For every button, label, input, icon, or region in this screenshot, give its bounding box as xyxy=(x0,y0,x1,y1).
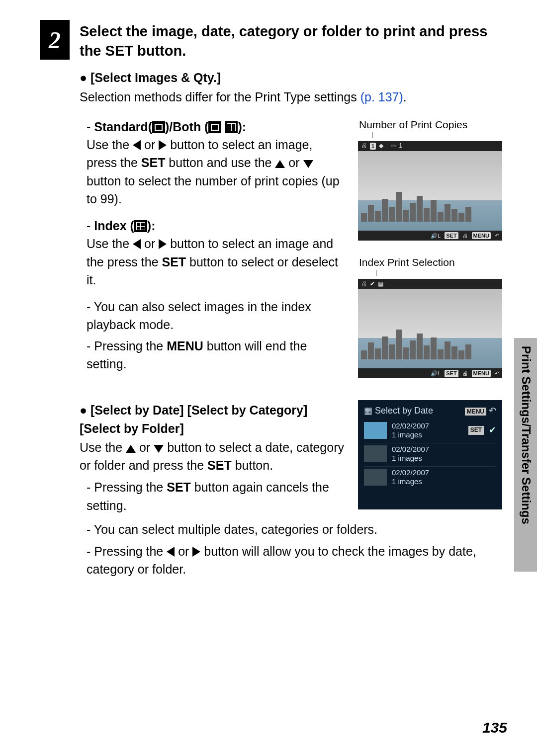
lcd-preview-index: 🖨✔▦ 🔊LSET🖨MENU↶ xyxy=(358,279,502,378)
section1-paragraph: Selection methods differ for the Print T… xyxy=(80,88,507,106)
down-arrow-icon xyxy=(303,160,313,168)
date-row: 02/02/20071 images xyxy=(364,467,496,490)
down-arrow-icon xyxy=(154,445,164,453)
index-description: Use the or button to select an image and… xyxy=(87,235,345,289)
standard-icon xyxy=(152,121,165,133)
standard-icon xyxy=(208,121,221,133)
row-text: 02/02/20071 images xyxy=(392,421,463,439)
lcd-preview-standard: 🖨1◆ ▭1 🔊LSET🖨MENU↶ xyxy=(358,141,502,241)
section2-paragraph: Use the or button to select a date, cate… xyxy=(80,438,345,475)
thumbnail xyxy=(364,445,387,462)
note-multiple-select: You can select multiple dates, categorie… xyxy=(87,520,507,538)
row-text: 02/02/20071 images xyxy=(392,468,496,486)
caption-print-copies: Number of Print Copies xyxy=(358,118,507,131)
page-ref-link[interactable]: (p. 137) xyxy=(360,90,403,104)
note-index-playback: You can also select images in the index … xyxy=(87,298,345,334)
step-number-badge: 2 xyxy=(40,20,70,60)
index-icon xyxy=(134,220,147,232)
thumbnail xyxy=(364,469,387,486)
lcd-select-by-date: ▦ Select by Date MENU ↶ 02/02/20071 imag… xyxy=(358,400,502,509)
right-arrow-icon xyxy=(159,239,167,249)
note-check-images: Pressing the or button will allow you to… xyxy=(87,542,507,579)
note-menu-end: Pressing the MENU button will end the se… xyxy=(87,337,345,373)
right-arrow-icon xyxy=(192,547,200,557)
date-row: 02/02/20071 images xyxy=(364,443,496,467)
left-arrow-icon xyxy=(133,239,141,249)
date-row: 02/02/20071 images SET✔ xyxy=(364,420,496,443)
section-select-by-heading: [Select by Date] [Select by Category] [S… xyxy=(80,401,345,437)
up-arrow-icon xyxy=(126,445,136,453)
left-arrow-icon xyxy=(167,547,175,557)
section-select-images-heading: [Select Images & Qty.] xyxy=(80,69,507,86)
row-text: 02/02/20071 images xyxy=(392,445,496,463)
thumbnail xyxy=(364,422,387,439)
caption-index-selection: Index Print Selection xyxy=(358,255,507,269)
side-tab-print-settings: Print Settings/Transfer Settings xyxy=(514,338,537,572)
set-badge: SET xyxy=(468,426,484,435)
step-title: Select the image, date, category or fold… xyxy=(80,20,507,61)
left-arrow-icon xyxy=(133,140,141,150)
standard-both-heading: Standard()/Both ( ): xyxy=(87,118,345,136)
standard-description: Use the or button to select an image, pr… xyxy=(87,136,345,208)
right-arrow-icon xyxy=(159,140,167,150)
check-icon: ✔ xyxy=(489,424,496,436)
up-arrow-icon xyxy=(275,160,285,168)
index-icon xyxy=(225,121,238,133)
note-set-cancel: Pressing the SET button again cancels th… xyxy=(87,478,345,514)
page-number: 135 xyxy=(482,719,507,736)
index-heading: Index (): xyxy=(87,217,345,235)
